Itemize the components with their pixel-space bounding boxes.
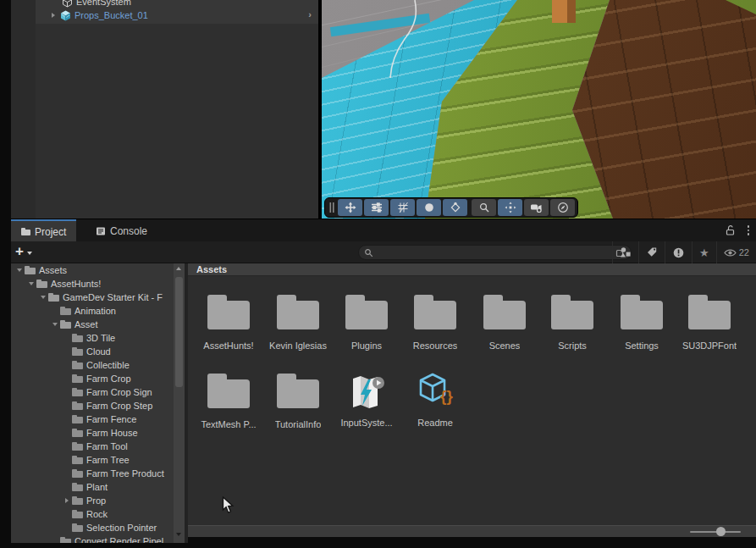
tree-item[interactable]: Cloud bbox=[11, 345, 185, 358]
asset-item[interactable]: Resources bbox=[401, 295, 469, 351]
folder-icon bbox=[72, 496, 83, 505]
tree-item[interactable]: Farm Crop bbox=[11, 372, 185, 385]
folder-icon bbox=[72, 510, 83, 518]
tree-item[interactable]: AssetHunts! bbox=[11, 277, 185, 291]
folder-icon bbox=[414, 295, 456, 329]
hierarchy-left-strip bbox=[11, 0, 36, 219]
asset-item[interactable]: Settings bbox=[608, 295, 676, 351]
panel-menu-icon[interactable] bbox=[748, 225, 750, 235]
filter-by-label-button[interactable] bbox=[638, 241, 665, 263]
visibility-toggle[interactable]: 22 bbox=[716, 241, 756, 263]
slider-thumb[interactable] bbox=[716, 527, 726, 536]
compass-button[interactable] bbox=[550, 199, 575, 216]
folder-icon bbox=[72, 374, 83, 383]
tree-item[interactable]: Selection Pointer bbox=[11, 521, 185, 534]
tree-item[interactable]: Farm Crop Sign bbox=[11, 385, 185, 399]
folder-icon bbox=[551, 295, 593, 329]
folder-icon bbox=[72, 401, 83, 410]
expand-arrow-icon[interactable] bbox=[62, 498, 72, 503]
folder-icon bbox=[21, 228, 30, 235]
icon-size-slider[interactable] bbox=[690, 531, 741, 533]
visible-count: 22 bbox=[739, 247, 749, 257]
tree-item[interactable]: Collectible bbox=[11, 358, 185, 372]
move-tool-button[interactable] bbox=[338, 199, 362, 216]
tree-item[interactable]: Farm Tree Product bbox=[11, 467, 185, 480]
asset-item[interactable]: Kevin Iglesias bbox=[264, 295, 332, 351]
hierarchy-item-eventsystem[interactable]: EventSystem bbox=[11, 0, 318, 8]
folder-icon bbox=[72, 429, 83, 437]
project-folder-tree: Assets AssetHunts! GameDev Starter Kit -… bbox=[11, 263, 185, 543]
toolbar-drag-handle[interactable] bbox=[328, 199, 336, 216]
collapse-arrow-icon[interactable] bbox=[26, 282, 36, 285]
folder-icon bbox=[688, 295, 731, 329]
collapse-arrow-icon[interactable] bbox=[50, 323, 60, 326]
asset-item[interactable]: Scripts bbox=[538, 295, 606, 351]
asset-item[interactable]: Scenes bbox=[471, 295, 538, 351]
tree-item[interactable]: Farm Crop Step bbox=[11, 399, 185, 412]
breadcrumb-label: Assets bbox=[196, 264, 227, 274]
collapse-arrow-icon[interactable] bbox=[38, 296, 48, 299]
tree-item-assets[interactable]: Assets bbox=[11, 263, 185, 277]
filter-by-type-button[interactable] bbox=[612, 241, 638, 263]
asset-grid-panel[interactable]: Assets AssetHunts! Kevin Iglesias Plugin… bbox=[188, 263, 756, 537]
hierarchy-item-props-bucket[interactable]: Props_Bucket_01 › bbox=[11, 8, 318, 22]
asset-item[interactable]: TextMesh P... bbox=[195, 374, 262, 429]
hidden-packages-button[interactable] bbox=[665, 241, 692, 263]
shading-sphere-button[interactable] bbox=[417, 199, 441, 216]
open-prefab-chevron[interactable]: › bbox=[308, 9, 312, 19]
scroll-up-icon[interactable] bbox=[176, 267, 181, 270]
add-asset-button[interactable]: + bbox=[15, 243, 32, 260]
open-folder-icon bbox=[48, 293, 59, 302]
tree-item[interactable]: Farm Fence bbox=[11, 412, 185, 426]
grid-visibility-button[interactable] bbox=[390, 199, 415, 216]
tab-console[interactable]: Console bbox=[86, 219, 157, 242]
collapse-arrow-icon[interactable] bbox=[14, 268, 25, 272]
folder-icon bbox=[72, 334, 83, 342]
center-pivot-button[interactable] bbox=[498, 199, 522, 216]
gizmos-button[interactable] bbox=[443, 199, 467, 216]
expand-arrow-icon[interactable] bbox=[48, 13, 58, 18]
search-input[interactable] bbox=[378, 246, 611, 258]
folder-icon bbox=[72, 442, 83, 451]
tree-item[interactable]: GameDev Starter Kit - F bbox=[11, 291, 185, 304]
unlock-icon[interactable] bbox=[725, 224, 736, 236]
dropdown-caret-icon bbox=[27, 252, 32, 255]
favorites-button[interactable]: ★ bbox=[692, 241, 716, 263]
tree-scrollbar[interactable] bbox=[174, 263, 185, 543]
scene-view[interactable] bbox=[322, 0, 756, 219]
mouse-cursor bbox=[222, 496, 235, 514]
folder-icon bbox=[72, 469, 83, 478]
tree-item[interactable]: Farm Tree bbox=[11, 453, 185, 467]
open-folder-icon bbox=[36, 280, 47, 288]
asset-item[interactable]: InputSyste... bbox=[333, 372, 400, 428]
asset-item[interactable]: SU3DJPFont bbox=[676, 295, 743, 351]
tree-item[interactable]: 3D Tile bbox=[11, 331, 185, 345]
tree-item[interactable]: Convert Render Pipel bbox=[11, 534, 185, 543]
tree-item[interactable]: Farm Tool bbox=[11, 440, 185, 453]
folder-icon bbox=[60, 307, 71, 315]
scene-camera-button[interactable] bbox=[524, 199, 549, 216]
asset-item[interactable]: TutorialInfo bbox=[264, 374, 332, 429]
asset-item[interactable]: AssetHunts! bbox=[195, 295, 262, 351]
tree-item[interactable]: Animation bbox=[11, 304, 185, 318]
folder-icon bbox=[72, 523, 83, 532]
folder-icon bbox=[60, 537, 71, 543]
readme-asset-icon: {} bbox=[414, 372, 456, 409]
open-folder-icon bbox=[25, 266, 36, 274]
input-system-asset-icon bbox=[345, 372, 388, 409]
tree-item[interactable]: Prop bbox=[11, 494, 185, 507]
tree-item[interactable]: Plant bbox=[11, 480, 185, 494]
asset-item[interactable]: Plugins bbox=[333, 295, 400, 351]
asset-item[interactable]: {} Readme bbox=[401, 372, 469, 428]
tree-item[interactable]: Asset bbox=[11, 318, 185, 331]
tree-item[interactable]: Rock bbox=[11, 507, 185, 521]
eventsystem-icon bbox=[62, 0, 73, 8]
tree-item[interactable]: Farm House bbox=[11, 426, 185, 440]
scene-search-button[interactable] bbox=[472, 199, 496, 216]
scene-overlay-toolbar bbox=[324, 197, 578, 218]
scrollbar-thumb[interactable] bbox=[175, 277, 183, 387]
tab-project[interactable]: Project bbox=[11, 219, 76, 242]
view-options-button[interactable] bbox=[364, 199, 389, 216]
scroll-down-icon[interactable] bbox=[176, 533, 181, 536]
search-field[interactable] bbox=[358, 245, 632, 260]
